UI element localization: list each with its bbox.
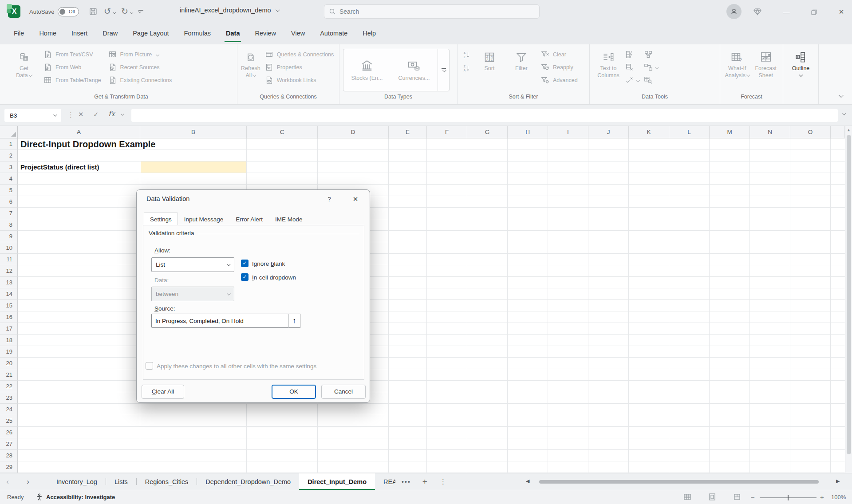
ribbon-tab-formulas[interactable]: Formulas [177, 23, 218, 44]
minimize-button[interactable]: — [777, 6, 795, 18]
ok-button[interactable]: OK [272, 385, 316, 399]
from-table-range-button[interactable]: From Table/Range [41, 74, 104, 87]
incell-dropdown-checkbox[interactable]: ✓ [241, 273, 248, 281]
column-header-A[interactable]: A [18, 126, 140, 138]
column-header-C[interactable]: C [247, 126, 318, 138]
from-picture-button[interactable]: From Picture [106, 48, 175, 61]
redo-button[interactable]: ↻ [121, 5, 132, 18]
from-web-button[interactable]: From Web [41, 61, 104, 74]
sheet-tab-inventory-log[interactable]: Inventory_Log [48, 473, 106, 490]
text-to-columns-button[interactable]: Text toColumns [593, 47, 623, 79]
data-model-button[interactable] [644, 76, 658, 85]
column-header-N[interactable]: N [750, 126, 790, 138]
queries-connections-button[interactable]: Queries & Connections [262, 48, 337, 61]
row-header-8[interactable]: 8 [0, 219, 18, 231]
dialog-title[interactable]: Data Validation [146, 195, 189, 202]
cell-A3[interactable]: ProjectStatus (direct list) [20, 163, 99, 171]
chevron-down-icon[interactable] [121, 113, 124, 116]
accessibility-status[interactable]: Accessibility: Investigate [36, 493, 115, 501]
scroll-left-icon[interactable]: ◀ [526, 478, 529, 484]
recent-sources-button[interactable]: Recent Sources [106, 61, 175, 74]
sort-button[interactable]: ZAAZSort [474, 47, 505, 72]
grid-row[interactable] [18, 427, 845, 438]
save-icon[interactable] [89, 7, 98, 16]
advanced-button[interactable]: Advanced [538, 74, 580, 87]
cell-A1[interactable]: Direct-Input Dropdown Example [20, 139, 155, 150]
column-header-H[interactable]: H [508, 126, 548, 138]
what-if-analysis-button[interactable]: ?What-IfAnalysis [724, 47, 751, 79]
remove-duplicates-button[interactable] [625, 63, 639, 72]
row-header-15[interactable]: 15 [0, 300, 18, 311]
grid-row[interactable] [18, 415, 845, 427]
column-header-O[interactable]: O [790, 126, 831, 138]
select-all-corner[interactable] [0, 126, 18, 138]
cancel-button[interactable]: Cancel [321, 385, 366, 399]
row-header-16[interactable]: 16 [0, 311, 18, 323]
row-header-20[interactable]: 20 [0, 358, 18, 369]
confirm-entry-icon[interactable]: ✓ [93, 110, 99, 118]
column-header-K[interactable]: K [629, 126, 669, 138]
scroll-right-icon[interactable]: ▶ [836, 478, 840, 484]
scroll-up-icon[interactable]: ▲ [845, 126, 852, 134]
autosave-toggle[interactable]: Off [58, 7, 79, 16]
grid-row[interactable] [18, 438, 845, 450]
dropdown-button[interactable] [222, 258, 234, 272]
row-header-6[interactable]: 6 [0, 196, 18, 208]
forecast-sheet-button[interactable]: ForecastSheet [753, 47, 780, 79]
clear-button[interactable]: Clear [538, 48, 580, 61]
restore-button[interactable] [805, 6, 823, 18]
column-header-I[interactable]: I [548, 126, 588, 138]
currencies-button[interactable]: Currencies... [390, 49, 438, 91]
row-header-2[interactable]: 2 [0, 150, 18, 161]
sheet-menu-button[interactable]: ⋮ [440, 478, 446, 486]
dialog-tab-settings[interactable]: Settings [144, 213, 178, 226]
dialog-help-button[interactable]: ? [323, 193, 335, 205]
dialog-close-button[interactable]: ✕ [349, 193, 362, 205]
outline-button[interactable]: Outline [787, 47, 815, 79]
column-header-E[interactable]: E [389, 126, 427, 138]
row-header-12[interactable]: 12 [0, 265, 18, 277]
gem-icon[interactable] [753, 7, 762, 16]
ignore-blank-checkbox[interactable]: ✓ [241, 260, 248, 267]
clear-all-button[interactable]: Clear All [142, 385, 184, 399]
column-header-B[interactable]: B [140, 126, 247, 138]
filter-button[interactable]: Filter [506, 47, 536, 72]
ribbon-tab-home[interactable]: Home [32, 23, 64, 44]
drag-handle-icon[interactable]: ⋮ [67, 111, 74, 119]
sheet-overflow-button[interactable]: ••• [402, 478, 411, 485]
zoom-level[interactable]: 100% [831, 494, 846, 500]
properties-button[interactable]: Properties [262, 61, 337, 74]
stocks-en-button[interactable]: Stocks (En... [343, 49, 390, 91]
excel-app-icon[interactable]: X [8, 5, 20, 18]
cancel-entry-icon[interactable]: ✕ [78, 110, 84, 118]
vertical-scrollbar[interactable]: ▲ [845, 126, 852, 473]
row-header-23[interactable]: 23 [0, 392, 18, 404]
sheet-tab-regions-cities[interactable]: Regions_Cities [137, 473, 197, 490]
undo-button[interactable]: ↺ [104, 5, 115, 18]
zoom-out-button[interactable]: − [751, 493, 755, 501]
source-input[interactable] [151, 314, 288, 328]
row-header-29[interactable]: 29 [0, 461, 18, 473]
reapply-button[interactable]: Reapply [538, 61, 580, 74]
relationships-button[interactable] [644, 63, 658, 72]
refresh-all-button[interactable]: RefreshAll [241, 47, 260, 79]
row-header-9[interactable]: 9 [0, 231, 18, 242]
row-header-5[interactable]: 5 [0, 185, 18, 196]
horizontal-scrollbar-thumb[interactable] [539, 480, 819, 484]
dialog-tab-ime-mode[interactable]: IME Mode [269, 213, 309, 225]
consolidate-button[interactable] [644, 50, 658, 59]
allow-dropdown[interactable]: List [151, 257, 234, 272]
grid-row[interactable] [18, 173, 845, 185]
row-header-24[interactable]: 24 [0, 404, 18, 415]
ribbon-tab-file[interactable]: File [6, 23, 32, 44]
page-break-view-icon[interactable] [733, 493, 741, 501]
gallery-more-button[interactable] [438, 49, 449, 91]
zoom-in-button[interactable]: + [820, 493, 824, 501]
page-layout-view-icon[interactable] [708, 493, 716, 501]
search-box[interactable] [324, 4, 540, 19]
row-header-7[interactable]: 7 [0, 208, 18, 219]
existing-connections-button[interactable]: Existing Connections [106, 74, 175, 87]
workbook-links-button[interactable]: Workbook Links [262, 74, 337, 87]
customize-quick-access-icon[interactable] [138, 10, 143, 13]
row-header-28[interactable]: 28 [0, 450, 18, 461]
